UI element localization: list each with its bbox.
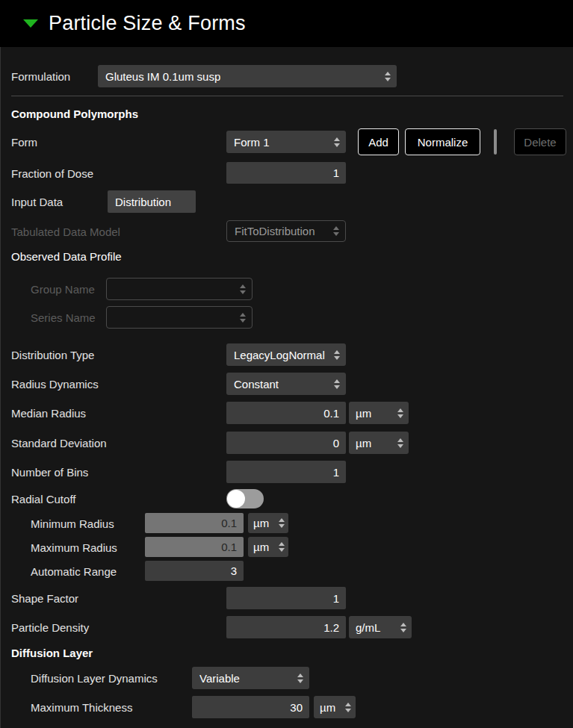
formulation-row: Formulation Gluteus IM 0.1um susp <box>1 65 573 87</box>
unit-label: µm <box>253 517 269 529</box>
observed-data-profile-label: Observed Data Profile <box>11 250 122 263</box>
series-name-label: Series Name <box>31 311 96 324</box>
distribution-type-label: Distribution Type <box>11 349 94 361</box>
diffusion-layer-dynamics-label: Diffusion Layer Dynamics <box>31 672 158 685</box>
input-data-label: Input Data <box>11 196 63 208</box>
form-content: Formulation Gluteus IM 0.1um susp Compou… <box>0 47 573 728</box>
minimum-radius-unit-select[interactable]: µm <box>248 513 288 533</box>
fraction-of-dose-row: Fraction of Dose <box>1 162 573 184</box>
collapse-arrow-icon[interactable] <box>23 19 38 28</box>
group-name-label: Group Name <box>31 283 95 296</box>
section-title: Particle Size & Forms <box>49 12 246 35</box>
unit-label: µm <box>356 437 371 449</box>
number-of-bins-input[interactable] <box>226 461 346 483</box>
updown-arrows-icon <box>334 137 340 147</box>
tabulated-data-model-row: Tabulated Data Model FitToDistribution <box>1 220 573 242</box>
group-name-row: Group Name <box>1 278 573 300</box>
tabulated-data-model-select: FitToDistribution <box>226 220 346 242</box>
section-divider <box>11 96 563 96</box>
radial-cutoff-row: Radial Cutoff <box>1 488 573 509</box>
selected-value: Variable <box>199 672 240 685</box>
button-divider <box>494 129 497 155</box>
particle-density-row: Particle Density g/mL <box>1 616 573 638</box>
unit-label: µm <box>320 701 335 714</box>
delete-button: Delete <box>514 128 566 155</box>
form-select[interactable]: Form 1 <box>226 131 346 153</box>
input-data-row: Input Data Distribution <box>1 190 573 213</box>
maximum-radius-input <box>145 537 244 557</box>
section-header[interactable]: Particle Size & Forms <box>0 0 573 47</box>
automatic-range-row: Automatic Range <box>1 561 573 581</box>
maximum-thickness-row: Maximum Thickness µm <box>1 696 573 718</box>
form-label: Form <box>11 136 37 149</box>
standard-deviation-unit-select[interactable]: µm <box>349 432 409 454</box>
standard-deviation-input[interactable] <box>226 432 346 454</box>
shape-factor-input[interactable] <box>226 587 346 609</box>
particle-density-input[interactable] <box>226 616 346 638</box>
updown-arrows-icon <box>240 313 246 323</box>
median-radius-unit-select[interactable]: µm <box>349 402 409 424</box>
updown-arrows-icon <box>334 379 340 389</box>
number-of-bins-label: Number of Bins <box>11 466 88 479</box>
fraction-of-dose-label: Fraction of Dose <box>11 167 93 179</box>
distribution-type-select[interactable]: LegacyLogNormal <box>226 343 346 366</box>
number-of-bins-row: Number of Bins <box>1 461 573 483</box>
maximum-thickness-unit-select[interactable]: µm <box>314 696 356 718</box>
form-row: Form Form 1 Add Normalize Delete <box>1 131 573 153</box>
diffusion-layer-dynamics-select[interactable]: Variable <box>192 667 309 689</box>
radius-dynamics-row: Radius Dynamics Constant <box>1 373 573 395</box>
minimum-radius-label: Minimum Radius <box>31 517 114 529</box>
selected-value: Form 1 <box>234 136 270 149</box>
normalize-button[interactable]: Normalize <box>405 128 480 155</box>
particle-density-label: Particle Density <box>11 621 89 634</box>
minimum-radius-input <box>145 513 244 533</box>
automatic-range-input[interactable] <box>145 561 244 581</box>
unit-label: g/mL <box>356 621 380 634</box>
selected-value: LegacyLogNormal <box>234 349 325 361</box>
maximum-thickness-input[interactable] <box>192 696 309 718</box>
updown-arrows-icon <box>334 350 340 360</box>
diffusion-layer-heading: Diffusion Layer <box>11 647 93 659</box>
toggle-knob <box>227 490 245 508</box>
distribution-type-row: Distribution Type LegacyLogNormal <box>1 343 573 366</box>
median-radius-input[interactable] <box>226 402 346 424</box>
updown-arrows-icon <box>345 703 351 712</box>
updown-arrows-icon <box>297 673 303 683</box>
maximum-thickness-label: Maximum Thickness <box>31 701 132 714</box>
add-button[interactable]: Add <box>358 128 399 155</box>
input-data-distribution-segment[interactable]: Distribution <box>108 190 196 213</box>
updown-arrows-icon <box>397 408 403 418</box>
unit-label: µm <box>253 541 269 553</box>
compound-polymorphs-heading: Compound Polymorphs <box>11 108 138 120</box>
selected-value: Constant <box>234 378 279 391</box>
formulation-select[interactable]: Gluteus IM 0.1um susp <box>98 65 397 87</box>
radial-cutoff-label: Radial Cutoff <box>11 493 75 505</box>
updown-arrows-icon <box>240 284 246 294</box>
selected-value: FitToDistribution <box>235 225 315 237</box>
median-radius-row: Median Radius µm <box>1 402 573 424</box>
diffusion-layer-dynamics-row: Diffusion Layer Dynamics Variable <box>1 667 573 689</box>
radius-dynamics-label: Radius Dynamics <box>11 378 99 391</box>
median-radius-label: Median Radius <box>11 407 86 420</box>
maximum-radius-row: Maximum Radius µm <box>1 537 573 557</box>
maximum-radius-unit-select[interactable]: µm <box>248 537 288 557</box>
unit-label: µm <box>356 407 371 420</box>
updown-arrows-icon <box>279 518 285 528</box>
series-name-row: Series Name <box>1 306 573 329</box>
maximum-radius-label: Maximum Radius <box>31 541 117 553</box>
formulation-label: Formulation <box>11 70 70 83</box>
standard-deviation-label: Standard Deviation <box>11 437 107 449</box>
shape-factor-label: Shape Factor <box>11 592 78 605</box>
segment-label: Distribution <box>115 196 171 208</box>
radial-cutoff-toggle[interactable] <box>226 489 264 508</box>
radius-dynamics-select[interactable]: Constant <box>226 373 346 395</box>
updown-arrows-icon <box>400 623 406 632</box>
fraction-of-dose-input[interactable] <box>226 162 346 184</box>
updown-arrows-icon <box>279 542 285 552</box>
particle-density-unit-select[interactable]: g/mL <box>349 616 412 638</box>
tabulated-data-model-label: Tabulated Data Model <box>11 225 120 237</box>
updown-arrows-icon <box>333 226 339 236</box>
particle-size-forms-panel: Particle Size & Forms Formulation Gluteu… <box>0 0 573 728</box>
standard-deviation-row: Standard Deviation µm <box>1 432 573 454</box>
series-name-select <box>106 306 253 329</box>
